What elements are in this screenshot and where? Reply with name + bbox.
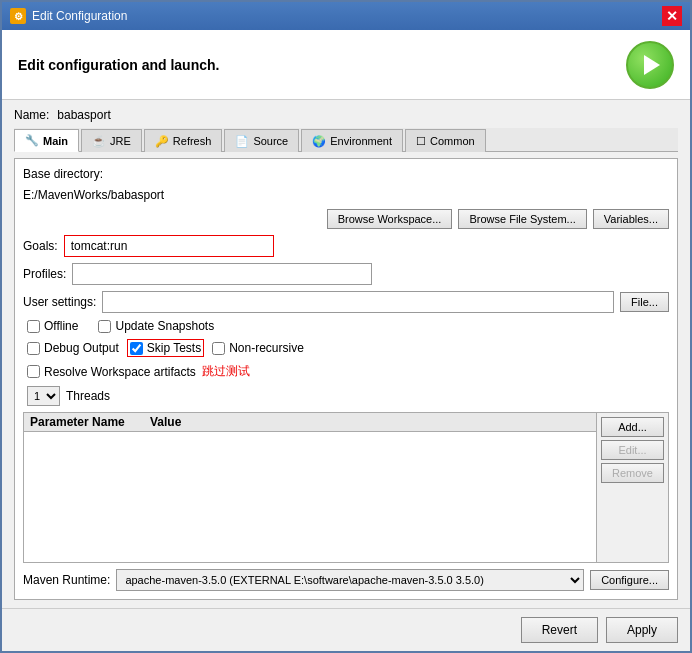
refresh-tab-icon: 🔑: [155, 135, 169, 148]
tab-source[interactable]: 📄 Source: [224, 129, 299, 152]
content-area: Name: babasport 🔧 Main ☕ JRE 🔑 Refresh 📄…: [2, 100, 690, 608]
user-settings-input[interactable]: [102, 291, 614, 313]
params-table-area: Parameter Name Value Add... Edit... Remo…: [23, 412, 669, 563]
tab-jre[interactable]: ☕ JRE: [81, 129, 142, 152]
offline-checkbox[interactable]: [27, 320, 40, 333]
tab-common-label: Common: [430, 135, 475, 147]
title-bar: ⚙ Edit Configuration ✕: [2, 2, 690, 30]
close-button[interactable]: ✕: [662, 6, 682, 26]
update-snapshots-checkbox[interactable]: [98, 320, 111, 333]
bottom-buttons: Revert Apply: [2, 608, 690, 651]
offline-checkbox-item[interactable]: Offline: [27, 319, 78, 333]
header-area: Edit configuration and launch.: [2, 30, 690, 100]
maven-runtime-label: Maven Runtime:: [23, 573, 110, 587]
base-directory-value-row: E:/MavenWorks/babasport: [23, 187, 669, 203]
base-directory-value: E:/MavenWorks/babasport: [23, 187, 164, 203]
tab-environment-label: Environment: [330, 135, 392, 147]
form-panel: Base directory: E:/MavenWorks/babasport …: [14, 158, 678, 600]
tab-refresh[interactable]: 🔑 Refresh: [144, 129, 223, 152]
common-tab-icon: ☐: [416, 135, 426, 148]
goals-input[interactable]: [64, 235, 274, 257]
browse-file-system-button[interactable]: Browse File System...: [458, 209, 586, 229]
goals-label: Goals:: [23, 239, 58, 253]
debug-output-checkbox[interactable]: [27, 342, 40, 355]
params-table-body: [24, 432, 596, 492]
non-recursive-label: Non-recursive: [229, 341, 304, 355]
user-settings-row: User settings: File...: [23, 291, 669, 313]
base-directory-row: Base directory:: [23, 167, 669, 181]
checkboxes-row1: Offline Update Snapshots: [27, 319, 669, 333]
skip-tests-checkbox-item[interactable]: Skip Tests: [130, 341, 201, 355]
params-table-header: Parameter Name Value: [24, 413, 596, 432]
main-tab-icon: 🔧: [25, 134, 39, 147]
profiles-input[interactable]: [72, 263, 372, 285]
threads-label: Threads: [66, 389, 110, 403]
file-button[interactable]: File...: [620, 292, 669, 312]
profiles-label: Profiles:: [23, 267, 66, 281]
params-table: Parameter Name Value: [24, 413, 597, 562]
run-icon: [644, 55, 660, 75]
main-window: ⚙ Edit Configuration ✕ Edit configuratio…: [0, 0, 692, 653]
remove-button[interactable]: Remove: [601, 463, 664, 483]
apply-button[interactable]: Apply: [606, 617, 678, 643]
name-row: Name: babasport: [14, 108, 678, 122]
chinese-annotation: 跳过测试: [202, 363, 250, 380]
browse-workspace-button[interactable]: Browse Workspace...: [327, 209, 453, 229]
revert-button[interactable]: Revert: [521, 617, 598, 643]
debug-output-checkbox-item[interactable]: Debug Output: [27, 341, 119, 355]
source-tab-icon: 📄: [235, 135, 249, 148]
user-settings-label: User settings:: [23, 295, 96, 309]
tab-main[interactable]: 🔧 Main: [14, 129, 79, 152]
skip-tests-label: Skip Tests: [147, 341, 201, 355]
param-name-header: Parameter Name: [30, 415, 150, 429]
title-bar-left: ⚙ Edit Configuration: [10, 8, 127, 24]
checkboxes-row2: Debug Output Skip Tests Non-recursive: [27, 339, 669, 357]
update-snapshots-checkbox-item[interactable]: Update Snapshots: [98, 319, 214, 333]
variables-button[interactable]: Variables...: [593, 209, 669, 229]
window-icon: ⚙: [10, 8, 26, 24]
browse-row: Browse Workspace... Browse File System..…: [23, 209, 669, 229]
edit-button[interactable]: Edit...: [601, 440, 664, 460]
resolve-workspace-label: Resolve Workspace artifacts: [44, 365, 196, 379]
maven-runtime-select[interactable]: apache-maven-3.5.0 (EXTERNAL E:\software…: [116, 569, 584, 591]
resolve-workspace-checkbox[interactable]: [27, 365, 40, 378]
skip-tests-box: Skip Tests: [127, 339, 204, 357]
update-snapshots-label: Update Snapshots: [115, 319, 214, 333]
tab-jre-label: JRE: [110, 135, 131, 147]
tab-main-label: Main: [43, 135, 68, 147]
offline-label: Offline: [44, 319, 78, 333]
resolve-workspace-checkbox-item[interactable]: Resolve Workspace artifacts: [27, 365, 196, 379]
params-buttons: Add... Edit... Remove: [597, 413, 668, 562]
tab-refresh-label: Refresh: [173, 135, 212, 147]
configure-button[interactable]: Configure...: [590, 570, 669, 590]
threads-row: 1 2 3 4 Threads: [27, 386, 669, 406]
tab-source-label: Source: [253, 135, 288, 147]
environment-tab-icon: 🌍: [312, 135, 326, 148]
add-button[interactable]: Add...: [601, 417, 664, 437]
tabs-container: 🔧 Main ☕ JRE 🔑 Refresh 📄 Source 🌍 Enviro…: [14, 128, 678, 152]
goals-row: Goals:: [23, 235, 669, 257]
tab-environment[interactable]: 🌍 Environment: [301, 129, 403, 152]
debug-output-label: Debug Output: [44, 341, 119, 355]
name-value: babasport: [57, 108, 110, 122]
param-value-header: Value: [150, 415, 590, 429]
non-recursive-checkbox-item[interactable]: Non-recursive: [212, 341, 304, 355]
window-title: Edit Configuration: [32, 9, 127, 23]
jre-tab-icon: ☕: [92, 135, 106, 148]
profiles-row: Profiles:: [23, 263, 669, 285]
run-button[interactable]: [626, 41, 674, 89]
base-directory-label: Base directory:: [23, 167, 103, 181]
resolve-row: Resolve Workspace artifacts 跳过测试: [27, 363, 669, 380]
threads-select[interactable]: 1 2 3 4: [27, 386, 60, 406]
tab-common[interactable]: ☐ Common: [405, 129, 486, 152]
skip-tests-checkbox[interactable]: [130, 342, 143, 355]
maven-runtime-row: Maven Runtime: apache-maven-3.5.0 (EXTER…: [23, 569, 669, 591]
page-title: Edit configuration and launch.: [18, 57, 219, 73]
non-recursive-checkbox[interactable]: [212, 342, 225, 355]
name-label: Name:: [14, 108, 49, 122]
